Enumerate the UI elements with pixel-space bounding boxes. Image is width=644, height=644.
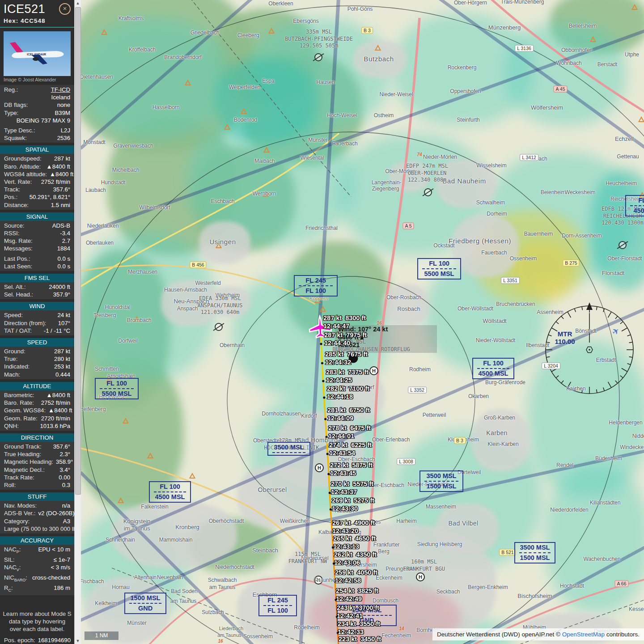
trail-speed-alt: 287 kt 7975 ft	[324, 331, 367, 339]
place-label: Bergen-Enkheim	[468, 584, 508, 590]
airspace-limit-box: 3500 MSL	[267, 442, 310, 456]
obstacle-icon	[632, 5, 637, 9]
data-row: ADS-B Ver.:v2 (DO-260B)	[0, 509, 74, 517]
place-label: Klein-Karben	[487, 441, 518, 447]
scroll-down-icon[interactable]: ▼	[75, 638, 81, 644]
data-row: BOEING 737 MAX 9	[0, 117, 74, 124]
place-label: Rödelheim	[294, 624, 319, 631]
trail-speed-alt: 272 kt 5875 ft	[330, 461, 373, 469]
trail-time: 12:44:18	[327, 393, 369, 401]
airspace-limit-box: 3500 MSL1500 MSL	[419, 470, 463, 492]
place-label: Nieder-Mörlen	[423, 154, 457, 160]
place-label: Schwalheim	[476, 199, 505, 206]
row-value: 2536	[30, 134, 70, 142]
place-label: Anspach	[177, 305, 198, 312]
place-label: Merzhausen	[128, 269, 157, 275]
place-label: Kaichen	[566, 386, 585, 392]
trail-label: 259 kt 4050 ft12:42:58	[335, 568, 377, 585]
openstreetmap-link[interactable]: OpenStreetMap	[562, 631, 605, 638]
route-number: 14	[399, 626, 404, 631]
row-label: Messages:	[4, 245, 33, 252]
road-badge: A 45	[553, 86, 567, 93]
row-label: Type:	[4, 109, 18, 117]
row-label: ADS-B Ver.:	[4, 509, 35, 517]
airfield-label-line: 115m MSL	[288, 551, 327, 558]
place-label: Friedberg (Hessen)	[449, 237, 511, 245]
data-sections: SPATIALGroundspeed:287 ktBaro. Altitude:…	[0, 143, 74, 595]
tar1090-app: HHHH ✈ OberkleenPohl-GönsOber-HörgernTra…	[0, 0, 644, 644]
scrollbar-thumb[interactable]	[75, 7, 81, 495]
place-label: Oberlauken	[86, 240, 114, 246]
airfield-label-line: FRANKFURT BGU	[403, 566, 445, 573]
trail-speed-alt: 262 kt 4350 ft	[334, 551, 377, 559]
airspace-limit-line: 4500 MSL	[152, 493, 188, 501]
close-icon[interactable]: ×	[59, 3, 71, 15]
place-label: Ober-Rosbach	[386, 294, 421, 301]
row-label: Magnetic Heading:	[4, 458, 53, 466]
trail-speed-alt: 254 kt 3825 ft	[336, 587, 378, 595]
place-label: Rodheim	[409, 366, 431, 373]
place-label: Falkenstein	[141, 504, 168, 510]
place-label: Rendel	[556, 462, 573, 468]
heliport-icon: H	[370, 367, 378, 375]
place-label: Kröffelbach	[129, 47, 156, 53]
obstacle-icon	[148, 453, 153, 458]
place-label: Büdesheim	[595, 455, 622, 462]
row-value: 24000 ft	[28, 283, 70, 291]
road-badge: B 275	[563, 260, 579, 267]
place-label: Steinbach	[252, 547, 278, 554]
data-row: Reg.:TF-ICD	[0, 86, 74, 93]
place-label: Wohnbach	[556, 60, 581, 66]
row-value: ADS-B	[27, 222, 70, 229]
trail-speed-alt: 281 kt 6750 ft	[327, 406, 370, 414]
data-row: Barometric:▲8400 ft	[0, 391, 74, 399]
airspace-dash-divider	[154, 491, 186, 492]
place-label: Kraftsolms	[119, 15, 144, 21]
trail-point-dot	[320, 343, 322, 345]
trail-point-dot	[321, 362, 323, 364]
airspace-limit-line: FL 100	[297, 287, 335, 295]
obstacle-icon	[639, 117, 644, 122]
airfield-label: 160m MSLFRANKFURT BGU	[403, 559, 445, 572]
trail-speed-alt: 243 kt 3700 ft	[337, 604, 379, 612]
sidebar-scrollbar[interactable]: ▲ ▼	[74, 0, 81, 644]
place-label: Gettenau	[617, 153, 639, 160]
place-label: Kronberg	[175, 524, 199, 530]
registration-link[interactable]: TF-ICD	[21, 86, 70, 93]
airspace-limit-line: 3500 MSL	[422, 472, 461, 480]
data-row: Last Pos.:0.0 s	[0, 255, 74, 263]
data-row: Baro. Altitude:▲8400 ft	[0, 163, 74, 170]
row-value: B39M	[21, 109, 70, 117]
airspace-limit-line: 1500 MSL	[517, 554, 553, 562]
data-row: Magnetic Heading:358.9°	[0, 458, 74, 466]
airspace-limit-box: FL 245FL 100	[294, 275, 338, 297]
data-row: NACP:EPU < 10 m	[0, 546, 74, 556]
row-label: Last Seen:	[4, 263, 32, 270]
trail-point-dot	[322, 380, 324, 382]
data-row: Baro. Rate:2752 ft/min	[0, 399, 74, 407]
trail-label: 283 kt 7375 ft12:44:25	[326, 368, 369, 384]
trail-time: 12:42:49	[336, 595, 378, 603]
place-label: Heuchelheim	[606, 180, 637, 186]
place-label: Kirdorf	[301, 413, 317, 419]
scroll-up-icon[interactable]: ▲	[75, 0, 81, 6]
row-label: Magnetic Decl.:	[4, 466, 45, 474]
row-label: Vert. Rate:	[4, 178, 32, 186]
place-label: am Taunus	[209, 584, 235, 590]
row-value: L2J	[38, 127, 70, 134]
trail-point-dot	[327, 473, 330, 475]
place-label: Dietenhausen	[80, 74, 113, 80]
road-badge: L 3412	[520, 154, 538, 161]
trail-label: 234 kt 3550 ft12:42:33	[338, 620, 380, 636]
aircraft-photo[interactable]: ICELANDAIR	[4, 31, 71, 76]
airspace-dash-divider	[129, 603, 161, 604]
aircraft-info-panel: ICE521 Hex: 4CC548 × ICELANDAIR	[0, 0, 74, 644]
place-label: Hausen-Arnsbach	[164, 287, 207, 293]
place-label: Siedlung Heilsberg	[417, 541, 462, 547]
row-label: Speed:	[4, 311, 23, 319]
map-canvas[interactable]: HHHH ✈ OberkleenPohl-GönsOber-HörgernTra…	[0, 0, 644, 644]
row-label: Source:	[4, 222, 24, 229]
map-attribution: Deutscher Wetterdienst (DWD) openAIP.net…	[432, 628, 644, 640]
row-value: 0.00	[37, 474, 70, 481]
row-value: 0.444	[23, 371, 70, 378]
